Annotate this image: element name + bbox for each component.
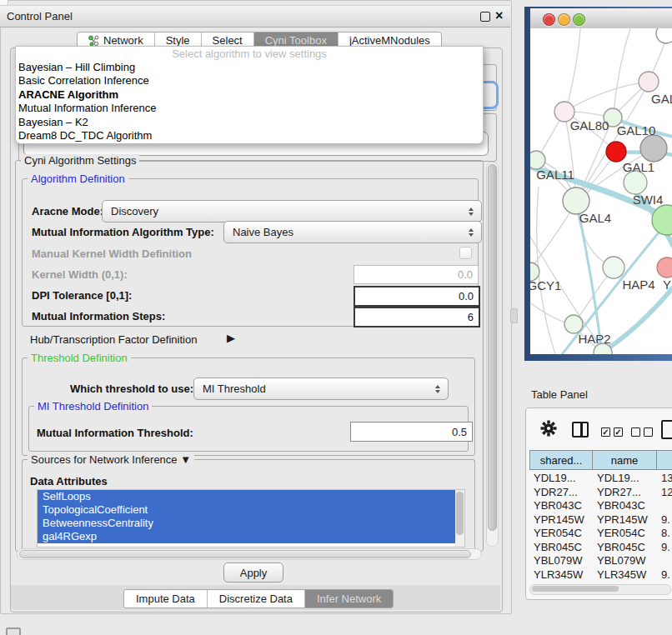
node-salmon[interactable]	[657, 258, 672, 278]
list-scrollbar-thumb[interactable]	[456, 492, 464, 535]
minimize-traffic-light[interactable]	[558, 13, 570, 26]
gear-icon[interactable]	[539, 419, 558, 438]
node-gray[interactable]	[640, 135, 667, 162]
table-cell: YDR27...	[534, 486, 592, 500]
table-row[interactable]: YDR27...YDR27...12	[529, 486, 672, 500]
node-label: Y	[663, 278, 671, 292]
table-horizontal-scrollbar-thumb[interactable]	[532, 586, 619, 592]
close-traffic-light[interactable]	[543, 13, 555, 26]
page-icon[interactable]	[661, 420, 672, 439]
node-gal11[interactable]	[530, 151, 545, 169]
table-row[interactable]: YBR043CYBR043C	[529, 499, 672, 513]
node-label: GAL1	[623, 160, 654, 174]
hub-section-label[interactable]: Hub/Transcription Factor Definition	[30, 333, 197, 346]
mi-steps-field[interactable]: 6	[354, 307, 480, 328]
kernel-width-field[interactable]: 0.0	[354, 265, 479, 284]
dropdown-item[interactable]: Basic Correlation Inference	[16, 74, 483, 88]
zoom-traffic-light[interactable]	[573, 13, 585, 26]
attribute-list-item[interactable]: gal4RGexp	[38, 530, 464, 543]
node-hap2[interactable]	[564, 315, 583, 333]
which-threshold-combo[interactable]: MI Threshold	[193, 378, 449, 400]
dropdown-item[interactable]: Dream8 DC_TDC Algorithm	[16, 129, 483, 142]
network-canvas[interactable]: GALGAL80GAL10GAL1GAL11SWI4GAL4GCY1HAP4YH…	[530, 28, 672, 354]
table-cell: YLR345W	[597, 568, 656, 582]
expand-arrow-icon[interactable]: ▶	[227, 332, 235, 344]
table-horizontal-scrollbar[interactable]	[529, 584, 671, 595]
dpi-tolerance-field[interactable]: 0.0	[354, 286, 480, 307]
network-window[interactable]: GALGAL80GAL10GAL1GAL11SWI4GAL4GCY1HAP4YH…	[524, 7, 672, 361]
show-columns-icon[interactable]: ✓✓	[601, 424, 623, 439]
screen: Control Panel × Network Style Select Cyn…	[0, 0, 672, 635]
tab-impute-data[interactable]: Impute Data	[124, 590, 207, 608]
table-cell: YBR043C	[597, 499, 656, 513]
mutual-info-threshold-label: Mutual Information Threshold:	[37, 427, 193, 439]
minimized-panel-icon[interactable]	[6, 628, 21, 635]
control-panel-title: Control Panel	[7, 10, 73, 22]
dropdown-item[interactable]: Mutual Information Inference	[16, 102, 483, 115]
dropdown-item[interactable]: Bayesian – K2	[16, 116, 483, 129]
aracne-mode-combo[interactable]: Discovery	[102, 200, 482, 222]
columns-icon[interactable]	[572, 422, 589, 438]
node-label: GAL80	[570, 118, 609, 132]
node-label: GAL10	[617, 123, 656, 138]
list-scrollbar[interactable]	[455, 490, 464, 547]
attribute-list-item[interactable]: SelfLoops	[38, 490, 464, 503]
column-header[interactable]: shared...	[529, 450, 593, 470]
column-header[interactable]: A	[657, 450, 672, 470]
network-window-titlebar[interactable]	[530, 8, 672, 29]
float-icon[interactable]	[480, 12, 490, 22]
mutual-info-threshold-field[interactable]: 0.5	[350, 422, 473, 442]
table-row[interactable]: YPR145WYPR145W9.	[529, 513, 672, 528]
collapse-arrow-icon[interactable]: ▼	[180, 453, 191, 466]
table-cell: YDL19...	[597, 472, 656, 486]
table-row[interactable]: YBL079WYBL079W	[529, 554, 672, 568]
network-edge[interactable]	[614, 28, 630, 112]
algorithm-dropdown-popup: Select algorithm to view settings Bayesi…	[15, 46, 484, 144]
table-cell: 8.	[661, 527, 672, 541]
table-row[interactable]: YBR045CYBR045C9.	[529, 541, 672, 555]
node-hap4[interactable]	[603, 257, 624, 278]
node-swi4[interactable]	[624, 171, 647, 194]
aracne-mode-label: Aracne Mode:	[32, 205, 103, 218]
network-edge[interactable]	[566, 28, 580, 110]
table-cell: YLR345W	[534, 568, 592, 582]
sources-group-title: Sources for Network Inference ▼	[28, 453, 194, 466]
data-attributes-list[interactable]: SelfLoopsTopologicalCoefficientBetweenne…	[37, 489, 465, 548]
table-panel-title: Table Panel	[531, 388, 588, 401]
panel-divider-grip[interactable]	[510, 308, 518, 323]
network-edge[interactable]	[564, 82, 649, 112]
dropdown-item[interactable]: ARACNE Algorithm	[16, 88, 483, 102]
dropdown-items: Bayesian – Hill ClimbingBasic Correlatio…	[16, 61, 483, 142]
node-top[interactable]	[656, 28, 672, 43]
table-cell: YBL079W	[597, 554, 656, 568]
stepper-icon	[435, 385, 440, 393]
settings-vertical-scrollbar[interactable]	[486, 162, 499, 547]
node-pink-top[interactable]	[639, 72, 659, 92]
tab-discretize-data[interactable]: Discretize Data	[207, 590, 304, 608]
control-panel-titlebar[interactable]: Control Panel ×	[0, 5, 510, 28]
network-icon	[88, 35, 99, 47]
dropdown-item[interactable]: Bayesian – Hill Climbing	[16, 61, 483, 74]
table-row[interactable]: YLR345WYLR345W9.	[529, 568, 672, 582]
table-cell: YDL19...	[534, 472, 592, 486]
close-icon[interactable]: ×	[495, 10, 503, 22]
stepper-icon	[469, 208, 474, 216]
hide-columns-icon[interactable]	[631, 424, 653, 439]
table-row[interactable]: YER054CYER054C8.	[529, 527, 672, 541]
tab-infer-network[interactable]: Infer Network	[304, 590, 393, 608]
settings-horizontal-scrollbar[interactable]	[17, 548, 482, 560]
apply-button[interactable]: Apply	[223, 562, 283, 582]
aracne-mode-value: Discovery	[111, 205, 158, 218]
column-header[interactable]: name	[593, 450, 657, 470]
manual-kernel-checkbox[interactable]	[459, 247, 472, 259]
dpi-tolerance-label: DPI Tolerance [0,1]:	[32, 289, 132, 302]
settings-vertical-scrollbar-thumb[interactable]	[488, 164, 497, 531]
mi-algorithm-type-combo[interactable]: Naive Bayes	[223, 221, 482, 243]
attribute-list-item[interactable]: TopologicalCoefficient	[38, 503, 464, 517]
node-gal1[interactable]	[606, 142, 626, 162]
attribute-list-item[interactable]: BetweennessCentrality	[38, 517, 464, 530]
settings-horizontal-scrollbar-thumb[interactable]	[19, 550, 471, 558]
bottom-tabbar: Impute Data Discretize Data Infer Networ…	[123, 589, 394, 608]
table-cell: YER054C	[534, 527, 592, 541]
table-row[interactable]: YDL19...YDL19...13	[529, 472, 672, 486]
